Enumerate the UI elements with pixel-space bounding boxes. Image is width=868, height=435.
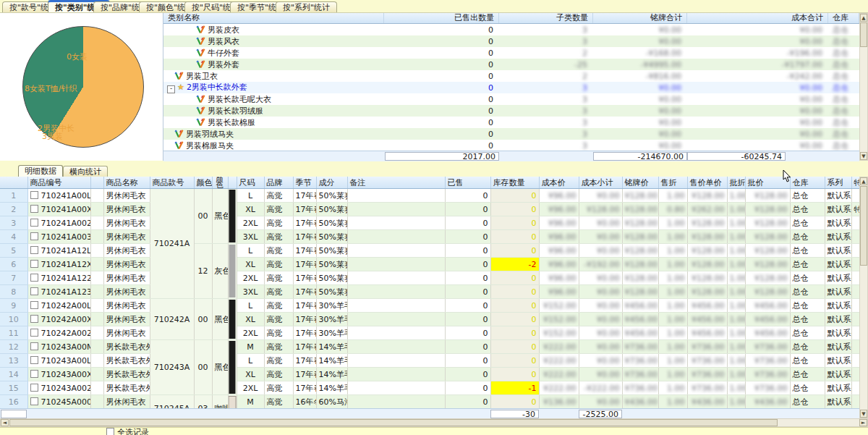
grid-row[interactable]: 2710241A00XL男休闲毛衣XL高觉17年春50%莱赛尔500¥96.00… xyxy=(0,203,859,216)
tree-col-header-4[interactable]: 成本合计 xyxy=(687,13,828,23)
row-number-cell[interactable]: 10 xyxy=(0,313,27,326)
tree-row[interactable]: -★2男装中长款外套03¥0.00¥0.00总仓 xyxy=(163,82,859,93)
col-header-brand[interactable]: 品牌 xyxy=(264,177,293,189)
grid-row[interactable]: 8710241A123XL男休闲毛衣3XL高觉17年春50%莱赛尔500¥96.… xyxy=(0,285,859,299)
grid-row[interactable]: 4710241A003XL男休闲毛衣3XL高觉17年春50%莱赛尔500¥96.… xyxy=(0,230,859,244)
row-checkbox[interactable] xyxy=(30,274,38,282)
col-header-note[interactable]: 备注 xyxy=(347,177,445,189)
tab-bottom-0[interactable]: 明细数据 xyxy=(18,165,63,177)
grid-row[interactable]: 11710242A002XL男休闲毛衣2XL高觉17年春30%羊毛2000¥15… xyxy=(0,326,859,340)
col-header-ccode[interactable]: 颜色 xyxy=(194,177,212,189)
row-number-cell[interactable]: 2 xyxy=(0,203,27,216)
row-number-cell[interactable]: 15 xyxy=(0,381,27,395)
row-number-cell[interactable]: 16 xyxy=(0,395,27,409)
col-header-code[interactable]: 商品编号 xyxy=(27,177,90,189)
tab-bottom-1[interactable]: 横向统计 xyxy=(63,166,108,177)
row-checkbox[interactable] xyxy=(30,329,38,337)
row-checkbox[interactable] xyxy=(30,260,38,268)
col-header-bdisc[interactable]: 批折 xyxy=(727,177,745,189)
row-checkbox[interactable] xyxy=(30,246,38,254)
row-number-cell[interactable]: 14 xyxy=(0,368,27,381)
col-header-season[interactable]: 季节 xyxy=(293,177,316,189)
row-checkbox[interactable] xyxy=(30,397,38,405)
grid-hscroll-thumb[interactable] xyxy=(9,419,778,426)
col-header-num[interactable] xyxy=(0,177,27,189)
row-number-cell[interactable]: 4 xyxy=(0,230,27,244)
row-checkbox[interactable] xyxy=(30,315,38,323)
grid-vscrollbar[interactable]: ▲ ▼ xyxy=(859,177,868,418)
grid-row[interactable]: 10710242A00XL男休闲毛衣XL高觉17年春30%羊毛2000¥152.… xyxy=(0,313,859,326)
tree-row[interactable]: 牛仔外套02-¥168.00-¥196.00总仓 xyxy=(163,47,859,59)
row-checkbox[interactable] xyxy=(30,342,38,350)
expand-toggle-icon[interactable]: - xyxy=(167,85,175,93)
row-number-cell[interactable]: 8 xyxy=(0,285,27,299)
grid-row[interactable]: 9710242A00L男休闲毛衣710242A00黑色L高觉17年春30%羊毛2… xyxy=(0,299,859,313)
scroll-up-icon[interactable]: ▲ xyxy=(860,14,867,22)
col-header-wh[interactable]: 仓库 xyxy=(790,177,825,189)
grid-row[interactable]: 5710241A12L男休闲毛衣12灰色L高觉17年春50%莱赛尔500¥96.… xyxy=(0,244,859,258)
col-header-size[interactable]: 尺码 xyxy=(237,177,264,189)
col-header-pad[interactable] xyxy=(90,177,103,189)
tree-vscroll-thumb[interactable] xyxy=(860,22,867,47)
row-number-cell[interactable]: 1 xyxy=(0,189,27,203)
grid-vscroll-thumb[interactable] xyxy=(860,186,867,266)
grid-row[interactable]: 12710243A00M男长款毛衣外套710243A00黑色M高觉17年春14%… xyxy=(0,340,859,354)
row-checkbox[interactable] xyxy=(30,356,38,364)
grid-row[interactable]: 3710241A002XL男休闲毛衣2XL高觉17年春50%莱赛尔500¥96.… xyxy=(0,216,859,230)
grid-row[interactable]: 15710243A002XL男长款毛衣外套2XL高觉17年春14%羊毛9%0-1… xyxy=(0,381,859,395)
col-header-name[interactable]: 商品名称 xyxy=(103,177,150,189)
tree-row[interactable]: 男装皮衣03¥0.00¥0.00总仓 xyxy=(163,24,859,35)
col-header-sprice[interactable]: 售价单价 xyxy=(687,177,727,189)
tree-vscrollbar[interactable]: ▲ ▼ xyxy=(859,13,868,161)
col-header-sw[interactable] xyxy=(228,177,237,189)
row-number-cell[interactable]: 12 xyxy=(0,340,27,354)
grid-row[interactable]: 6710241A12XL男休闲毛衣XL高觉17年春50%莱赛尔50-2¥96.0… xyxy=(0,258,859,271)
tree-col-header-1[interactable]: 已售出数量 xyxy=(384,13,499,23)
tree-row[interactable]: 男装外套0-25-¥4995.00-¥1797.00总仓 xyxy=(163,59,859,70)
tree-row[interactable]: 男装棉服马夹03¥0.00¥0.00总仓 xyxy=(163,140,859,151)
scroll-up-icon[interactable]: ▲ xyxy=(860,177,867,185)
grid-row[interactable]: 14710243A00XL男长款毛衣外套XL高觉17年春14%羊毛9%00¥22… xyxy=(0,368,859,381)
grid-row[interactable]: 13710243A00L男长款毛衣外套L高觉17年春14%羊毛9%00¥222.… xyxy=(0,354,859,368)
col-header-costsub[interactable]: 成本小计 xyxy=(579,177,622,189)
row-number-cell[interactable]: 7 xyxy=(0,271,27,285)
col-header-series[interactable]: 系列 xyxy=(825,177,851,189)
col-header-comp[interactable]: 成分 xyxy=(316,177,347,189)
scroll-down-icon[interactable]: ▼ xyxy=(860,152,867,160)
tab-top-6[interactable]: 按"系列"统计 xyxy=(276,1,337,12)
col-header-sdisc[interactable]: 售折 xyxy=(658,177,687,189)
row-number-cell[interactable]: 3 xyxy=(0,216,27,230)
tree-col-header-3[interactable]: 铭牌合计 xyxy=(593,13,687,23)
grid-row[interactable]: 1710241A00L男休闲毛衣710241A00黑色L高觉17年春50%莱赛尔… xyxy=(0,189,859,203)
select-all-checkbox[interactable] xyxy=(106,428,114,435)
col-header-stock[interactable]: 库存数量 xyxy=(490,177,539,189)
row-checkbox[interactable] xyxy=(30,191,38,199)
row-number-cell[interactable]: 13 xyxy=(0,354,27,368)
col-header-style[interactable]: 商品款号 xyxy=(150,177,194,189)
scroll-right-icon[interactable]: ► xyxy=(859,419,867,426)
row-checkbox[interactable] xyxy=(30,370,38,378)
row-number-cell[interactable]: 5 xyxy=(0,244,27,258)
row-checkbox[interactable] xyxy=(30,232,38,240)
col-header-tag[interactable]: 铭牌价 xyxy=(622,177,658,189)
tree-row[interactable]: 男装长款棉服03¥0.00¥0.00总仓 xyxy=(163,117,859,128)
grid-hscrollbar[interactable]: ◄ ► xyxy=(0,418,868,427)
row-checkbox[interactable] xyxy=(30,219,38,227)
tree-row[interactable]: 男装卫衣02-¥816.00-¥242.00总仓 xyxy=(163,70,859,82)
tree-row[interactable]: 男装风衣03¥0.00¥0.00总仓 xyxy=(163,35,859,47)
row-number-cell[interactable]: 11 xyxy=(0,326,27,340)
grid-row[interactable]: 7710241A122XL男休闲毛衣2XL高觉17年春50%莱赛尔500¥96.… xyxy=(0,271,859,285)
tree-col-header-5[interactable]: 仓库 xyxy=(828,13,859,23)
col-header-cost[interactable]: 成本价 xyxy=(539,177,579,189)
tree-col-header-0[interactable]: 类别名称 xyxy=(163,13,384,23)
scroll-left-icon[interactable]: ◄ xyxy=(1,419,9,426)
scroll-down-icon[interactable]: ▼ xyxy=(860,410,867,418)
col-header-sold[interactable]: 已售 xyxy=(445,177,490,189)
tree-row[interactable]: 男装长款毛呢大衣03¥0.00¥0.00总仓 xyxy=(163,93,859,105)
tree-row[interactable]: 男装长款羽绒服03¥0.00¥0.00总仓 xyxy=(163,105,859,117)
row-number-cell[interactable]: 6 xyxy=(0,258,27,271)
row-checkbox[interactable] xyxy=(30,287,38,295)
row-number-cell[interactable]: 9 xyxy=(0,299,27,313)
row-checkbox[interactable] xyxy=(30,301,38,309)
row-checkbox[interactable] xyxy=(30,384,38,392)
